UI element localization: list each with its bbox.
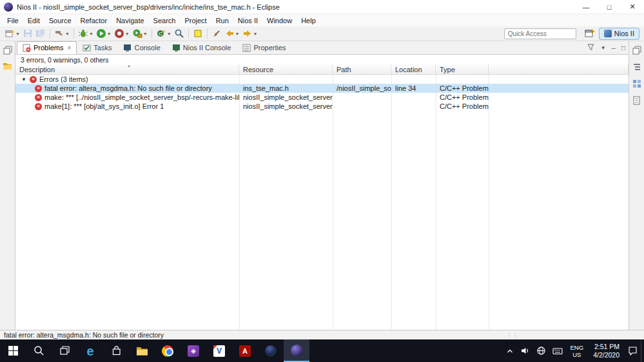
nios-console-icon xyxy=(172,44,181,52)
error-icon: × xyxy=(30,76,37,83)
column-header-path[interactable]: Path xyxy=(333,64,391,74)
errors-group-row[interactable]: ▼ × Errors (3 items) xyxy=(15,75,629,84)
nios-perspective-icon xyxy=(604,30,612,37)
menu-run[interactable]: Run xyxy=(211,15,233,26)
taskbar-clock[interactable]: 2:51 PM 4/2/2020 xyxy=(588,343,625,359)
toolbar-separator xyxy=(73,29,74,39)
error-icon: × xyxy=(35,94,42,101)
menu-file[interactable]: File xyxy=(3,15,23,26)
hidden-icons-button[interactable] xyxy=(503,339,517,362)
new-wizard-button[interactable]: ▼ xyxy=(3,27,21,40)
tab-nios-console[interactable]: Nios II Console xyxy=(166,41,237,54)
taskbar-search-button[interactable] xyxy=(26,339,52,362)
column-header-resource[interactable]: Resource xyxy=(239,64,333,74)
last-edit-icon xyxy=(211,28,222,39)
chevron-up-icon xyxy=(506,347,514,355)
language-indicator[interactable]: ENG US xyxy=(566,344,589,358)
tab-problems[interactable]: Problems × xyxy=(17,41,77,54)
minimize-view-button[interactable]: ─ xyxy=(612,45,616,52)
problem-row-2[interactable]: × make: *** [../niosII_simple_socket_ser… xyxy=(15,93,629,102)
tree-expander-icon[interactable]: ▼ xyxy=(21,77,27,82)
menu-refactor[interactable]: Refactor xyxy=(76,15,112,26)
view-menu-button[interactable]: ▼ xyxy=(601,45,606,51)
save-all-button[interactable] xyxy=(34,27,47,40)
action-center-button[interactable] xyxy=(625,339,641,362)
menu-project[interactable]: Project xyxy=(180,15,211,26)
maximize-button[interactable]: □ xyxy=(598,0,621,14)
filter-button[interactable] xyxy=(587,43,595,53)
tab-properties[interactable]: Properties xyxy=(237,41,291,54)
column-header-type[interactable]: Type xyxy=(436,64,489,74)
windows-logo-icon xyxy=(8,345,19,356)
search-button[interactable] xyxy=(173,27,186,40)
quick-access-input[interactable] xyxy=(504,28,576,39)
restore-pane-button[interactable] xyxy=(2,44,14,56)
external-tools-button[interactable]: ▼ xyxy=(131,27,149,40)
volume-button[interactable] xyxy=(517,339,533,362)
chevron-down-icon: ▼ xyxy=(65,32,70,36)
adobe-reader-button[interactable]: A xyxy=(232,339,258,362)
outline-shortcut[interactable] xyxy=(631,61,643,73)
problems-view: Problems × Tasks Console Nios II Consol xyxy=(15,41,629,330)
profile-button[interactable]: ▼ xyxy=(113,27,131,40)
eclipse-window-button[interactable] xyxy=(284,339,309,362)
document-icon xyxy=(632,96,641,105)
eclipse-screen: Nios II - niosII_simple_socket_server_bs… xyxy=(0,0,644,362)
last-edit-location-button[interactable] xyxy=(210,27,223,40)
toolbar-separator xyxy=(207,29,208,39)
close-button[interactable]: ✕ xyxy=(621,0,644,14)
minimize-button[interactable]: — xyxy=(574,0,598,14)
problem-type: C/C++ Problem xyxy=(436,84,489,92)
menu-navigate[interactable]: Navigate xyxy=(112,15,148,26)
close-tab-icon[interactable]: × xyxy=(67,44,71,52)
build-all-button[interactable]: ▼ xyxy=(53,27,71,40)
project-explorer-shortcut[interactable] xyxy=(2,60,14,71)
new-class-icon: C xyxy=(156,28,166,39)
window-title: Nios II - niosII_simple_socket_server_bs… xyxy=(17,3,280,11)
purple-app-button[interactable]: ◈ xyxy=(181,339,206,362)
menu-window[interactable]: Window xyxy=(262,15,297,26)
make-targets-shortcut[interactable] xyxy=(631,78,643,90)
task-view-button[interactable] xyxy=(52,339,77,362)
edge-button[interactable]: e xyxy=(77,339,103,362)
network-button[interactable] xyxy=(533,339,549,362)
problem-type: C/C++ Problem xyxy=(436,102,489,110)
menu-search[interactable]: Search xyxy=(149,15,181,26)
documents-shortcut[interactable] xyxy=(631,95,643,106)
problem-resource: niosII_simple_socket_server xyxy=(239,93,333,101)
tab-tasks[interactable]: Tasks xyxy=(77,41,117,54)
problem-row-3[interactable]: × make[1]: *** [obj/alt_sys_init.o] Erro… xyxy=(15,102,629,111)
tab-console[interactable]: Console xyxy=(117,41,166,54)
file-explorer-button[interactable] xyxy=(129,339,155,362)
eclipse-pinned-button[interactable] xyxy=(258,339,284,362)
right-view-rail xyxy=(629,41,644,330)
column-header-description[interactable]: ▲ Description xyxy=(15,64,239,74)
menu-source[interactable]: Source xyxy=(44,15,76,26)
menu-edit[interactable]: Edit xyxy=(23,15,44,26)
show-desktop-button[interactable] xyxy=(641,339,644,362)
chrome-button[interactable] xyxy=(155,339,181,362)
menu-help[interactable]: Help xyxy=(297,15,320,26)
statusbar-grip[interactable]: ⋮⋮ xyxy=(507,332,518,338)
touch-keyboard-button[interactable] xyxy=(549,339,566,362)
save-button[interactable] xyxy=(21,27,34,40)
toggle-mark-occurrences-button[interactable] xyxy=(191,27,204,40)
maximize-view-button[interactable]: □ xyxy=(621,44,625,52)
debug-button[interactable]: ▼ xyxy=(77,27,95,40)
forward-button[interactable]: ▼ xyxy=(241,27,259,40)
v-app-button[interactable]: V xyxy=(206,339,232,362)
build-hammer-icon xyxy=(54,28,64,39)
menu-niosii[interactable]: Nios II xyxy=(233,15,262,26)
restore-pane-button-right[interactable] xyxy=(631,44,643,56)
column-header-location[interactable]: Location xyxy=(391,64,436,74)
nios-perspective-label: Nios II xyxy=(614,30,634,37)
store-button[interactable] xyxy=(103,339,129,362)
start-button[interactable] xyxy=(0,339,26,362)
run-button[interactable]: ▼ xyxy=(95,27,113,40)
nios-perspective-button[interactable]: Nios II xyxy=(599,28,639,40)
problem-row-1[interactable]: × fatal error: altera_msgdma.h: No such … xyxy=(15,84,629,93)
column-header-spacer xyxy=(489,64,629,74)
back-button[interactable]: ▼ xyxy=(223,27,241,40)
open-perspective-button[interactable] xyxy=(583,27,596,40)
new-cpp-class-button[interactable]: C ▼ xyxy=(155,27,173,40)
